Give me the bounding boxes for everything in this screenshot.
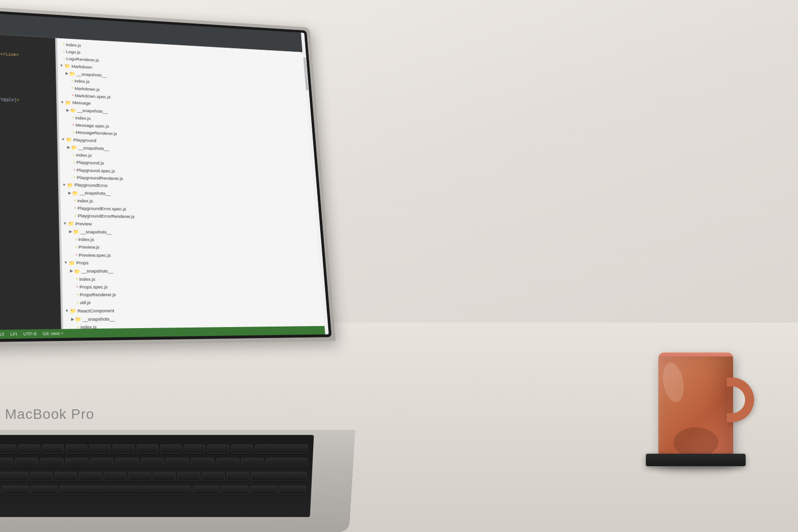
folder-icon: 📁 [67,181,73,189]
chevron-down-icon: ▼ [65,308,69,314]
spec-file-icon: ▪ [72,122,74,129]
key-row [0,470,307,482]
key [90,458,114,468]
js-file-icon: ▪ [74,197,76,204]
key [250,472,307,481]
folder-icon: 📁 [66,136,72,144]
js-file-icon: ▪ [76,276,78,283]
key-row [0,443,308,455]
list-item[interactable]: ▪ Props.spec.js [62,283,325,291]
key [166,458,189,468]
cup-interior [673,427,718,457]
key [1,486,29,495]
list-item[interactable]: ▶ 📁 __snapshots__ [62,267,324,276]
chevron-down-icon: ▼ [63,220,67,227]
key [0,486,0,495]
folder-icon: 📁 [69,259,75,267]
file-tree-panel[interactable]: ▪ index.js ▪ Logo.js [57,38,328,329]
chevron-right-icon: ▶ [70,268,73,274]
code-content: <Link> ame)→ Exit Isolation</Link> ame +… [0,29,56,109]
js-file-icon: ▪ [73,159,75,166]
key [79,472,102,481]
chevron-down-icon: ▼ [60,99,64,106]
chevron-right-icon: ▶ [66,107,69,113]
key [240,458,264,468]
chevron-right-icon: ▶ [65,70,68,76]
key [54,472,78,481]
screen-bezel: ● Index.js × Index / [0,5,332,344]
spec-file-icon: ▪ [72,92,73,99]
js-file-icon: ▪ [74,212,76,219]
key [279,486,306,495]
chevron-down-icon: ▼ [59,63,63,69]
key [40,458,64,468]
js-file-icon: ▪ [63,48,64,55]
folder-icon: 📁 [75,315,81,324]
code-editor-panel[interactable]: <Link> ame)→ Exit Isolation</Link> ame +… [0,29,61,331]
status-charset: UTF-8 [23,331,36,336]
js-file-icon: ▪ [75,244,77,251]
folder-icon: 📁 [68,219,74,227]
key [193,486,220,495]
key [184,444,206,454]
js-file-icon: ▪ [73,152,75,159]
key [160,444,182,454]
laptop-base [0,430,355,532]
folder-icon: 📁 [72,189,78,197]
keyboard-keys [0,443,308,510]
key-row [0,484,306,496]
chevron-down-icon: ▼ [64,260,68,266]
key [254,444,308,454]
file-tree-content: ▪ index.js ▪ Logo.js [57,41,328,329]
chevron-right-icon: ▶ [68,189,71,196]
js-file-icon: ▪ [77,299,79,307]
spec-file-icon: ▪ [76,283,78,291]
js-file-icon: ▪ [63,55,65,62]
scene: ● Index.js × Index / [0,0,798,532]
key [0,458,13,468]
key [65,444,88,454]
brand-text: MacBook Pro [5,406,94,422]
js-file-icon: ▪ [63,41,64,48]
list-item[interactable]: ▪ index.js [62,275,325,283]
key [140,458,164,468]
macbook-brand-label: MacBook Pro [5,406,94,422]
key [226,472,249,481]
key [191,458,214,468]
js-file-icon: ▪ [71,78,73,85]
folder-icon: 📁 [73,228,79,236]
key [266,458,308,468]
key [207,444,229,454]
key [230,444,253,454]
keyboard-area [0,435,314,517]
key [153,472,176,481]
status-git: Git: next ÷ [42,331,63,337]
key [0,444,17,454]
key [215,458,239,468]
folder-icon: 📁 [64,62,70,70]
folder-icon: 📁 [71,144,77,152]
key [221,486,249,495]
cup-coaster [646,454,746,466]
key [0,472,28,481]
key [14,458,38,468]
status-encoding: LFI [10,332,17,337]
js-file-icon: ▪ [77,324,79,329]
chevron-down-icon: ▼ [61,137,65,143]
key [201,472,225,481]
key [128,472,151,481]
screen-inner: ● Index.js × Index / [0,8,329,341]
spec-file-icon: ▪ [74,205,76,212]
key [103,472,126,481]
coffee-cup [658,353,733,462]
list-item[interactable]: ▪ Preview.spec.js [62,251,323,260]
key [65,458,89,468]
folder-icon: 📁 [70,307,76,315]
key [177,472,200,481]
status-position: 65:13 [0,332,4,337]
js-file-icon: ▪ [72,129,74,136]
js-file-icon: ▪ [74,174,75,181]
spec-file-icon: ▪ [75,251,77,259]
list-item[interactable]: ▼ 📁 Props [62,259,323,268]
folder-icon: 📁 [65,99,71,107]
